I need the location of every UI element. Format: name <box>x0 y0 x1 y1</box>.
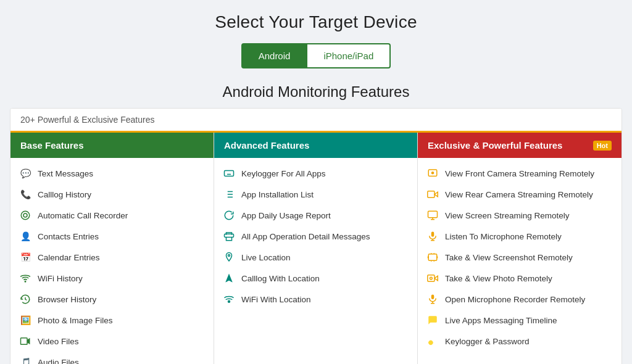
feature-label: Contacts Entries <box>38 232 99 241</box>
svg-rect-10 <box>428 211 438 218</box>
feature-label: Keylogger For All Apps <box>241 169 326 178</box>
svg-point-6 <box>228 255 230 257</box>
list-item: Browser History <box>10 289 214 310</box>
person-icon: 👤 <box>19 230 31 242</box>
list-item: 👤 Contacts Entries <box>10 226 214 247</box>
list-item: Take & View Photo Remotely <box>418 268 622 289</box>
list-item: 🖼️ Photo & Image Files <box>10 310 214 331</box>
feature-label: Calllog History <box>38 190 91 199</box>
mic-icon <box>426 230 439 242</box>
feature-label: Browser History <box>38 295 96 304</box>
screenshot-icon <box>426 251 439 263</box>
camera-rear-icon <box>426 188 439 201</box>
feature-label: All App Operation Detail Messages <box>241 232 370 241</box>
svg-point-14 <box>430 277 433 279</box>
exclusive-features-list: View Front Camera Streaming Remotely Vie… <box>418 158 622 357</box>
feature-label: Live Location <box>241 253 291 262</box>
keyboard-icon <box>223 167 235 180</box>
svg-point-7 <box>228 300 230 302</box>
svg-rect-3 <box>21 338 28 345</box>
screen-icon <box>426 209 439 221</box>
feature-label: Calllog With Location <box>241 274 320 283</box>
list-item: 📞 Calllog History <box>10 184 214 205</box>
key-icon <box>426 335 439 347</box>
svg-point-1 <box>23 213 27 217</box>
list-item: Listen To Microphone Remotely <box>418 226 622 247</box>
svg-rect-12 <box>428 254 437 261</box>
feature-label: View Screen Streaming Remotely <box>445 211 570 220</box>
location-icon <box>223 251 235 263</box>
exclusive-features-header: Exclusive & Powerful Features Hot <box>418 133 622 158</box>
base-features-list: 💬 Text Messages 📞 Calllog History <box>10 158 214 364</box>
message-live-icon <box>426 314 439 326</box>
call-record-icon <box>19 209 31 221</box>
feature-label: Take & View Screenshot Remotely <box>445 253 573 262</box>
list-item: View Rear Camera Streaming Remotely <box>418 184 622 205</box>
hot-badge: Hot <box>593 141 612 151</box>
advanced-features-list: Keylogger For All Apps App Installation … <box>214 158 417 315</box>
svg-rect-13 <box>428 275 434 282</box>
feature-label: Audio Files <box>38 358 79 365</box>
phone-icon: 📞 <box>19 188 31 201</box>
history-icon <box>19 293 31 305</box>
feature-label: App Installation List <box>241 190 314 199</box>
exclusive-features-title: Exclusive & Powerful Features <box>428 140 562 151</box>
list-item: App Installation List <box>214 184 417 205</box>
features-subtitle: 20+ Powerful & Exclusive Features <box>10 109 622 133</box>
list-item: WiFi With Location <box>214 289 417 310</box>
feature-label: Open Microphone Recorder Remotely <box>445 295 585 304</box>
list-item: Automatic Call Recorder <box>10 205 214 226</box>
feature-label: Calendar Entries <box>38 253 100 262</box>
list-item: 📅 Calendar Entries <box>10 247 214 268</box>
mic-record-icon <box>426 293 439 305</box>
svg-rect-9 <box>428 191 434 198</box>
svg-rect-4 <box>225 171 234 176</box>
feature-label: Keylogger & Password <box>445 337 530 346</box>
feature-label: Live Apps Messaging Timeline <box>445 316 557 325</box>
wifi-icon <box>19 272 31 284</box>
svg-point-2 <box>25 281 26 283</box>
list-item: View Screen Streaming Remotely <box>418 205 622 226</box>
list-item: Live Location <box>214 247 417 268</box>
features-card: 20+ Powerful & Exclusive Features Base F… <box>10 108 622 364</box>
list-item: Live Apps Messaging Timeline <box>418 310 622 331</box>
advanced-features-column: Advanced Features Keylogger For All Apps <box>214 133 418 364</box>
list-item: Video Files <box>10 331 214 352</box>
section-title: Android Monitoring Features <box>10 83 622 101</box>
list-item: 🎵 Audio Files <box>10 352 214 364</box>
list-item: View Front Camera Streaming Remotely <box>418 163 622 184</box>
svg-point-0 <box>21 211 30 220</box>
photo-icon: 🖼️ <box>19 314 31 326</box>
wifi-loc-icon <box>223 293 235 305</box>
feature-label: Text Messages <box>38 169 93 178</box>
columns-wrapper: Base Features 💬 Text Messages 📞 Calllog … <box>10 133 622 364</box>
list-item: Calllog With Location <box>214 268 417 289</box>
refresh-icon <box>223 209 235 221</box>
video-icon <box>19 335 31 347</box>
svg-rect-5 <box>227 238 232 241</box>
list-icon <box>223 188 235 201</box>
svg-rect-15 <box>431 295 434 300</box>
feature-label: View Front Camera Streaming Remotely <box>445 169 594 178</box>
list-item: App Daily Usage Report <box>214 205 417 226</box>
feature-label: App Daily Usage Report <box>241 211 331 220</box>
feature-label: Photo & Image Files <box>38 316 113 325</box>
android-button[interactable]: Android <box>241 43 308 68</box>
printer-icon <box>223 230 235 242</box>
iphone-button[interactable]: iPhone/iPad <box>307 43 391 68</box>
base-features-title: Base Features <box>20 140 84 151</box>
feature-label: Listen To Microphone Remotely <box>445 232 562 241</box>
list-item: Keylogger For All Apps <box>214 163 417 184</box>
list-item: Take & View Screenshot Remotely <box>418 247 622 268</box>
feature-label: WiFi With Location <box>241 295 311 304</box>
list-item: Keylogger & Password <box>418 331 622 352</box>
base-features-header: Base Features <box>10 133 214 158</box>
list-item: 💬 Text Messages <box>10 163 214 184</box>
audio-icon: 🎵 <box>19 356 31 364</box>
svg-rect-11 <box>431 232 434 237</box>
photo-remote-icon <box>426 272 439 284</box>
camera-front-icon <box>426 167 439 180</box>
list-item: All App Operation Detail Messages <box>214 226 417 247</box>
feature-label: Take & View Photo Remotely <box>445 274 552 283</box>
base-features-column: Base Features 💬 Text Messages 📞 Calllog … <box>10 133 214 364</box>
